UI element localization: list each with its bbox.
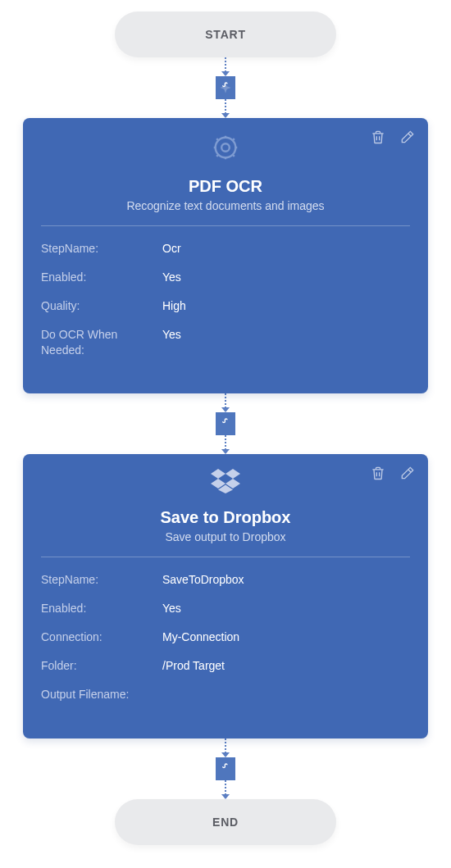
field-row: Quality:High [41, 298, 410, 314]
field-row: Enabled:Yes [41, 270, 410, 285]
divider [41, 557, 410, 557]
field-value: My-Connection [162, 629, 239, 645]
connector-line [225, 57, 226, 72]
gear-icon [41, 133, 410, 162]
field-value: /Prod Target [162, 658, 225, 674]
workflow-canvas: START PDF OCR Recognize text documents a… [0, 0, 451, 868]
field-label: Connection: [41, 629, 162, 645]
field-label: Folder: [41, 658, 162, 674]
end-label: END [212, 816, 239, 829]
field-label: Quality: [41, 298, 162, 314]
connector-line [225, 738, 226, 753]
field-label: Enabled: [41, 270, 162, 285]
field-label: StepName: [41, 241, 162, 257]
card-subtitle: Recognize text documents and images [41, 199, 410, 212]
end-node[interactable]: END [115, 799, 336, 845]
step-card-save-to-dropbox: Save to Dropbox Save output to Dropbox S… [23, 454, 428, 738]
field-row: Connection:My-Connection [41, 629, 410, 645]
field-label: StepName: [41, 572, 162, 588]
card-actions [369, 128, 417, 146]
field-value: SaveToDropbox [162, 572, 244, 588]
edit-button[interactable] [399, 128, 417, 146]
card-title: PDF OCR [41, 177, 410, 196]
field-label: Do OCR When Needed: [41, 327, 162, 358]
delete-button[interactable] [369, 464, 387, 482]
connector-line [225, 393, 226, 408]
start-node[interactable]: START [115, 11, 336, 57]
connector-line [225, 435, 226, 450]
field-value: Yes [162, 327, 181, 343]
field-row: StepName:Ocr [41, 241, 410, 257]
connector-line [225, 99, 226, 114]
step-card-pdf-ocr: PDF OCR Recognize text documents and ima… [23, 118, 428, 393]
pdf-icon [216, 757, 235, 780]
pdf-icon [216, 412, 235, 435]
field-row: Enabled:Yes [41, 601, 410, 616]
edit-button[interactable] [399, 464, 417, 482]
delete-button[interactable] [369, 128, 387, 146]
divider [41, 225, 410, 226]
field-row: StepName:SaveToDropbox [41, 572, 410, 588]
svg-point-1 [216, 138, 236, 158]
card-actions [369, 464, 417, 482]
field-value: High [162, 298, 186, 314]
svg-point-0 [221, 143, 230, 152]
field-row: Output Filename: [41, 687, 410, 702]
connector-line [225, 780, 226, 795]
pdf-icon [216, 76, 235, 99]
card-subtitle: Save output to Dropbox [41, 530, 410, 543]
field-value: Yes [162, 601, 181, 616]
field-label: Enabled: [41, 601, 162, 616]
field-row: Folder:/Prod Target [41, 658, 410, 674]
dropbox-icon [41, 469, 410, 493]
field-label: Output Filename: [41, 687, 162, 702]
field-value: Yes [162, 270, 181, 285]
field-row: Do OCR When Needed:Yes [41, 327, 410, 358]
field-value: Ocr [162, 241, 181, 257]
start-label: START [205, 28, 246, 41]
card-title: Save to Dropbox [41, 508, 410, 527]
